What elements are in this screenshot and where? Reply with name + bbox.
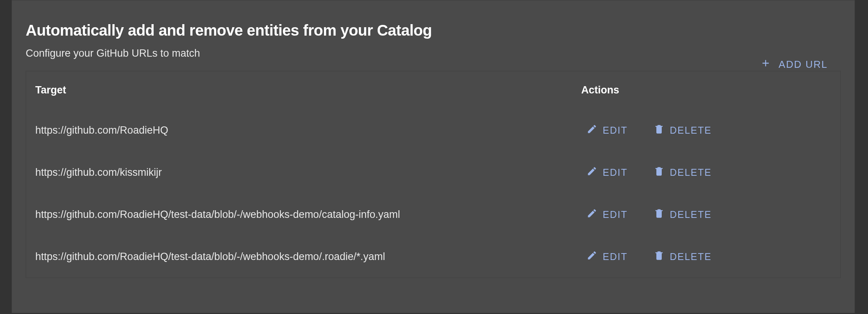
trash-icon [654,124,664,137]
plus-icon [760,58,771,71]
delete-label: DELETE [670,167,712,178]
actions-cell: EDITDELETE [572,151,840,193]
delete-label: DELETE [670,251,712,262]
delete-button[interactable]: DELETE [648,246,717,267]
table-row: https://github.com/RoadieHQ/test-data/bl… [26,236,840,278]
edit-label: EDIT [603,209,628,220]
target-cell: https://github.com/RoadieHQ/test-data/bl… [26,236,572,278]
panel-subtitle: Configure your GitHub URLs to match [26,47,841,59]
actions-cell: EDITDELETE [572,109,840,151]
column-header-target: Target [26,71,572,109]
target-cell: https://github.com/RoadieHQ/test-data/bl… [26,193,572,236]
target-cell: https://github.com/kissmikijr [26,151,572,193]
table-row: https://github.com/kissmikijrEDITDELETE [26,151,840,193]
edit-label: EDIT [603,125,628,136]
trash-icon [654,208,664,221]
pencil-icon [587,166,597,179]
delete-button[interactable]: DELETE [648,162,717,183]
pencil-icon [587,208,597,221]
catalog-autodiscovery-panel: Automatically add and remove entities fr… [12,0,855,313]
delete-button[interactable]: DELETE [648,204,717,225]
delete-label: DELETE [670,209,712,220]
edit-label: EDIT [603,167,628,178]
edit-button[interactable]: EDIT [581,204,633,225]
trash-icon [654,166,664,179]
actions-cell: EDITDELETE [572,193,840,236]
table-row: https://github.com/RoadieHQ/test-data/bl… [26,193,840,236]
url-table: Target Actions https://github.com/Roadie… [26,71,841,278]
trash-icon [654,250,664,263]
table-row: https://github.com/RoadieHQEDITDELETE [26,109,840,151]
panel-title: Automatically add and remove entities fr… [26,22,841,39]
column-header-actions: Actions [572,71,840,109]
delete-button[interactable]: DELETE [648,120,717,141]
delete-label: DELETE [670,125,712,136]
edit-button[interactable]: EDIT [581,246,633,267]
actions-cell: EDITDELETE [572,236,840,278]
edit-button[interactable]: EDIT [581,162,633,183]
pencil-icon [587,124,597,137]
edit-label: EDIT [603,251,628,262]
pencil-icon [587,250,597,263]
edit-button[interactable]: EDIT [581,120,633,141]
add-url-label: ADD URL [779,59,828,70]
add-url-button[interactable]: ADD URL [760,58,828,71]
target-cell: https://github.com/RoadieHQ [26,109,572,151]
